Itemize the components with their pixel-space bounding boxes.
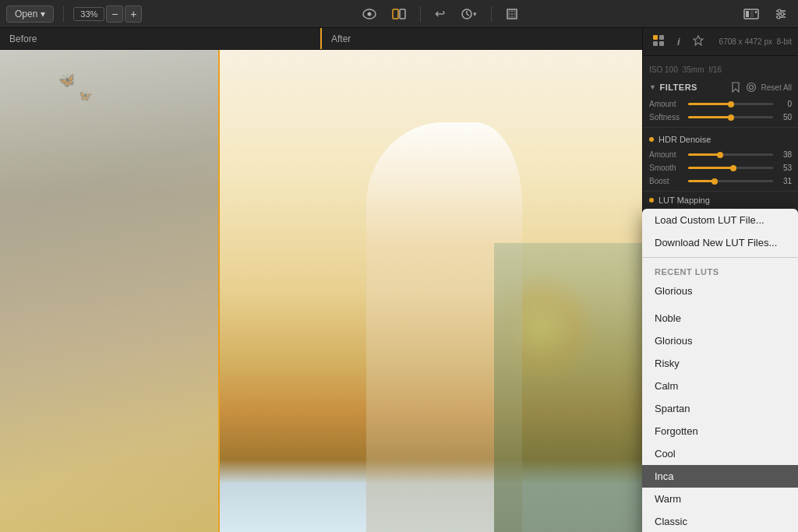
hdr-boost-value: 31	[776, 177, 792, 185]
svg-rect-17	[755, 11, 757, 13]
filters-title: FILTERS	[659, 83, 697, 92]
undo-icon: ↩	[435, 6, 445, 21]
photo-container: 🦋 🦋	[0, 50, 642, 532]
panel-tab-filters[interactable]	[649, 33, 668, 51]
svg-rect-24	[653, 35, 658, 40]
lut-item-noble[interactable]: Noble	[642, 307, 798, 329]
open-arrow: ▾	[41, 9, 45, 19]
lut-item-forgotten[interactable]: Forgotten	[642, 420, 798, 442]
reset-all-button[interactable]: Reset All	[761, 83, 792, 92]
hdr-amount-value: 38	[776, 150, 792, 159]
lut-list: NobleGloriousRiskyCalmSpartanForgottenCo…	[642, 307, 798, 532]
hdr-denoise-section: HDR Denoise Amount 38 Smooth	[643, 127, 798, 188]
lut-item-calm[interactable]: Calm	[642, 375, 798, 397]
svg-point-1	[368, 12, 372, 16]
crop-button[interactable]	[501, 5, 523, 23]
history-button[interactable]: ▾	[456, 5, 482, 23]
lut-item-classic[interactable]: Classic	[642, 510, 798, 532]
filters-grid-icon	[652, 34, 665, 47]
lut-item-risky[interactable]: Risky	[642, 352, 798, 375]
lut-item-cool[interactable]: Cool	[642, 442, 798, 465]
hdr-boost-label: Boost	[649, 177, 685, 185]
svg-rect-25	[659, 35, 664, 40]
dropdown-divider	[642, 257, 798, 258]
hdr-boost-thumb[interactable]	[711, 178, 718, 185]
crop-icon	[506, 8, 518, 20]
softness-fill	[688, 116, 731, 118]
filmstrip-button[interactable]	[739, 5, 764, 23]
undo-button[interactable]: ↩	[430, 3, 450, 24]
hdr-smooth-value: 53	[776, 164, 792, 172]
svg-point-21	[778, 9, 781, 12]
before-label: Before	[0, 28, 320, 49]
open-button[interactable]: Open ▾	[6, 5, 54, 23]
recent-lut-glorious[interactable]: Glorious	[642, 280, 798, 302]
history-icon	[461, 8, 473, 20]
hdr-smooth-label: Smooth	[649, 164, 685, 172]
panel-tab-extra[interactable]	[690, 33, 707, 50]
hdr-denoise-header: HDR Denoise	[643, 131, 798, 148]
hdr-boost-row: Boost 31	[643, 174, 798, 188]
hdr-smooth-thumb[interactable]	[730, 165, 736, 171]
zoom-control: 33% − +	[73, 5, 142, 23]
divider-line[interactable]	[218, 50, 220, 532]
hdr-amount-track[interactable]	[688, 153, 773, 156]
svg-point-29	[747, 83, 755, 92]
svg-point-22	[781, 12, 784, 16]
lut-dot	[649, 198, 654, 203]
sliders-icon	[775, 8, 787, 20]
bookmark-icon[interactable]	[730, 82, 741, 93]
hdr-denoise-title: HDR Denoise	[659, 135, 711, 144]
svg-rect-15	[746, 11, 749, 17]
photo-before-img: 🦋 🦋	[0, 50, 218, 532]
hdr-amount-thumb[interactable]	[717, 152, 723, 158]
lut-item-glorious[interactable]: Glorious	[642, 329, 798, 352]
after-label: After	[320, 28, 642, 49]
svg-point-28	[749, 86, 753, 90]
lut-item-inca[interactable]: Inca	[642, 465, 798, 488]
hdr-denoise-dot	[649, 137, 654, 142]
compare-icon	[392, 9, 406, 19]
zoom-value: 33%	[73, 7, 104, 21]
load-custom-lut-item[interactable]: Load Custom LUT File...	[642, 209, 798, 231]
hdr-boost-fill	[688, 180, 715, 182]
softness-value: 50	[776, 113, 792, 122]
svg-rect-3	[400, 9, 405, 19]
preview-button[interactable]	[358, 5, 381, 23]
download-new-lut-item[interactable]: Download New LUT Files...	[642, 231, 798, 254]
hdr-smooth-row: Smooth 53	[643, 161, 798, 174]
amount-track[interactable]	[688, 103, 773, 105]
lut-item-spartan[interactable]: Spartan	[642, 397, 798, 420]
recent-luts-label: RECENT LUTS	[642, 261, 798, 280]
filters-header: ▼ FILTERS Reset All	[643, 77, 798, 97]
hdr-smooth-track[interactable]	[688, 167, 773, 169]
lut-item-warm[interactable]: Warm	[642, 488, 798, 510]
settings-button[interactable]	[770, 5, 792, 23]
toolbar-divider-2	[420, 6, 421, 22]
extra-icon	[693, 35, 704, 46]
eye-icon	[362, 9, 376, 19]
gear-icon[interactable]	[746, 82, 757, 93]
before-after-labels: Before After	[0, 28, 642, 50]
svg-line-6	[467, 14, 469, 16]
softness-thumb[interactable]	[728, 115, 734, 121]
toolbar-divider-3	[491, 6, 492, 22]
amount-thumb[interactable]	[728, 101, 734, 107]
hdr-boost-track[interactable]	[688, 180, 773, 182]
hdr-smooth-fill	[688, 167, 733, 169]
toolbar: Open ▾ 33% − + ↩ ▾	[0, 0, 798, 28]
zoom-minus-button[interactable]: −	[106, 5, 123, 23]
butterfly-icon: 🦋	[57, 70, 76, 90]
svg-rect-27	[659, 41, 664, 46]
photo-after-img	[218, 50, 642, 532]
panel-tab-info[interactable]: i	[674, 34, 683, 49]
compare-button[interactable]	[387, 5, 411, 23]
filters-arrow: ▼	[649, 83, 656, 91]
filmstrip-icon	[743, 9, 759, 19]
toolbar-divider-1	[63, 6, 64, 22]
amount-fill	[688, 103, 731, 105]
meta-bar: ISO 100 35mm f/16	[643, 62, 798, 77]
panel-meta: 6708 x 4472 px 8-bit	[719, 37, 792, 46]
zoom-plus-button[interactable]: +	[125, 5, 142, 23]
softness-track[interactable]	[688, 116, 773, 118]
